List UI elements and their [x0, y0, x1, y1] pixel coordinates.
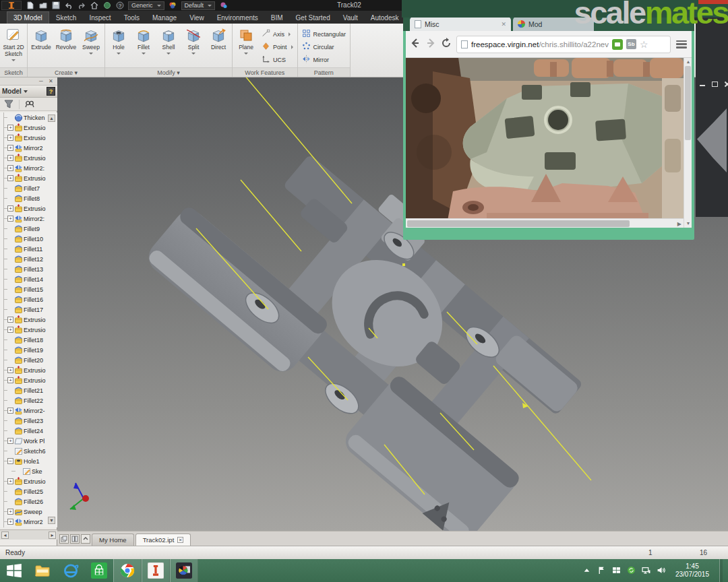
- ribbon-tab-get-started[interactable]: Get Started: [290, 12, 336, 24]
- taskbar-clock[interactable]: 1:45 23/07/2015: [671, 562, 713, 579]
- browser-horizontal-scrollbar[interactable]: ▶: [406, 218, 684, 228]
- panel-grip[interactable]: ─ ✕: [0, 77, 57, 86]
- ribbon-button-mirror[interactable]: Mirror: [299, 53, 349, 66]
- expand-icon[interactable]: +: [7, 509, 13, 515]
- ribbon-group-label[interactable]: Work Features: [233, 67, 297, 77]
- tree-item-mirror2-29[interactable]: +Mirror2-: [0, 406, 57, 416]
- tree-item-fillet7-7[interactable]: Fillet7: [0, 183, 57, 193]
- close-icon[interactable]: [724, 81, 728, 87]
- tree-item-fillet26-38[interactable]: Fillet26: [0, 496, 57, 507]
- tree-item-fillet11-13[interactable]: Fillet11: [0, 244, 57, 254]
- ribbon-button-ucs[interactable]: UCS: [259, 53, 296, 66]
- tray-flag-icon[interactable]: [597, 566, 606, 576]
- new-file-icon[interactable]: [26, 1, 34, 10]
- tree-item-fillet20-24[interactable]: Fillet20: [0, 355, 57, 365]
- collapse-icon[interactable]: −: [7, 458, 13, 464]
- expand-icon[interactable]: +: [7, 125, 13, 131]
- tree-scroll-down-button[interactable]: ▼: [48, 517, 55, 524]
- tree-item-fillet25-37[interactable]: Fillet25: [0, 486, 57, 496]
- scroll-left-button[interactable]: ◂: [1, 531, 9, 539]
- tree-item-extrusio-25[interactable]: +Extrusio: [0, 365, 57, 375]
- flyout-caret-icon[interactable]: [117, 53, 121, 55]
- expand-icon[interactable]: +: [7, 205, 13, 212]
- background-window[interactable]: [696, 18, 728, 217]
- ribbon-tab-bim[interactable]: BIM: [265, 12, 289, 24]
- taskbar-ie-button[interactable]: [57, 559, 85, 582]
- tray-speaker-icon[interactable]: [657, 566, 665, 576]
- panel-horizontal-scrollbar[interactable]: ◂ ▸: [0, 529, 57, 540]
- tree-item-sweep-39[interactable]: +Sweep: [0, 507, 57, 517]
- tree-item-extrusio-4[interactable]: +Extrusio: [0, 153, 57, 163]
- tree-item-fillet8-8[interactable]: Fillet8: [0, 193, 57, 203]
- scroll-up-icon[interactable]: ▲: [686, 59, 691, 65]
- ribbon-tab-manage[interactable]: Manage: [146, 12, 183, 24]
- tree-item-sketch6-33[interactable]: Sketch6: [0, 446, 57, 456]
- panel-close-icon[interactable]: ✕: [49, 79, 53, 84]
- taskbar-start-button[interactable]: [0, 559, 28, 582]
- flyout-caret-icon[interactable]: [11, 59, 16, 61]
- expand-icon[interactable]: +: [7, 175, 13, 181]
- expand-icon[interactable]: +: [7, 155, 13, 161]
- open-icon[interactable]: [38, 1, 47, 10]
- scrollbar-thumb[interactable]: [685, 66, 691, 140]
- expand-icon[interactable]: +: [7, 367, 13, 373]
- tree-item-fillet13-15[interactable]: Fillet13: [0, 264, 57, 274]
- ribbon-button-split[interactable]: Split: [181, 26, 206, 55]
- tree-item-work-pl-32[interactable]: +Work Pl: [0, 436, 57, 446]
- adjust-icon[interactable]: [219, 1, 228, 10]
- ribbon-button-circular[interactable]: Circular: [299, 40, 349, 53]
- tree-item-extrusio-9[interactable]: +Extrusio: [0, 203, 57, 214]
- tray-sync-icon[interactable]: [627, 566, 636, 576]
- tree-item-fillet15-17[interactable]: Fillet15: [0, 284, 57, 294]
- filter-icon[interactable]: [4, 100, 13, 108]
- ribbon-group-label[interactable]: Sketch: [0, 67, 27, 77]
- expand-icon[interactable]: +: [7, 145, 13, 151]
- tree-item-extrusio-21[interactable]: +Extrusio: [0, 325, 57, 335]
- ribbon-group-label[interactable]: Modify ▾: [105, 67, 232, 77]
- tray-windows-icon[interactable]: [612, 566, 621, 576]
- color-wheel-icon[interactable]: [169, 1, 177, 10]
- ribbon-group-label[interactable]: Pattern: [298, 67, 351, 77]
- bookmark-star-icon[interactable]: ☆: [640, 39, 648, 50]
- expand-icon[interactable]: +: [7, 408, 13, 414]
- ribbon-button-point[interactable]: Point: [259, 40, 296, 53]
- ribbon-tab-view[interactable]: View: [183, 12, 210, 24]
- undo-icon[interactable]: [64, 1, 73, 10]
- ribbon-button-sweep[interactable]: Sweep: [79, 26, 103, 55]
- browser-vertical-scrollbar[interactable]: ▲ ▼: [684, 58, 692, 228]
- maximize-icon[interactable]: [712, 81, 718, 87]
- flyout-caret-icon[interactable]: [289, 32, 291, 36]
- save-icon[interactable]: [51, 1, 60, 10]
- expand-icon[interactable]: +: [7, 216, 13, 222]
- redo-icon[interactable]: [77, 1, 86, 10]
- scroll-right-button[interactable]: ▸: [49, 531, 56, 539]
- inventor-app-button[interactable]: [1, 1, 22, 10]
- scrollbar-thumb[interactable]: [407, 220, 630, 227]
- expand-icon[interactable]: +: [7, 327, 13, 333]
- expand-tabs-icon[interactable]: [81, 534, 90, 544]
- tree-item-fillet21-27[interactable]: Fillet21: [0, 385, 57, 395]
- extension-icon-gray[interactable]: Sb: [626, 39, 636, 49]
- browser-content-photo[interactable]: [406, 58, 684, 228]
- flyout-caret-icon[interactable]: [291, 45, 293, 49]
- scroll-down-icon[interactable]: ▼: [686, 221, 691, 226]
- tree-item-ske-35[interactable]: Ske: [0, 466, 57, 476]
- ribbon-tab-3d-model[interactable]: 3D Model: [7, 11, 49, 24]
- expand-icon[interactable]: +: [7, 438, 13, 444]
- ribbon-button-axis[interactable]: Axis: [259, 28, 296, 40]
- ribbon-tab-environments[interactable]: Environments: [211, 12, 264, 24]
- browser-header[interactable]: Model ?: [0, 86, 57, 98]
- tree-item-extrusio-26[interactable]: +Extrusio: [0, 375, 57, 385]
- tile-windows-icon[interactable]: [70, 534, 80, 544]
- ribbon-button-rectangular[interactable]: Rectangular: [299, 28, 349, 40]
- ribbon-tab-tools[interactable]: Tools: [118, 12, 146, 24]
- ribbon-button-revolve[interactable]: Revolve: [54, 26, 78, 51]
- tree-scroll-up-button[interactable]: ▲: [48, 115, 55, 122]
- back-button[interactable]: [410, 38, 421, 51]
- tree-item-mirror2-3[interactable]: +Mirror2: [0, 143, 57, 153]
- expand-icon[interactable]: +: [7, 317, 13, 323]
- flyout-caret-icon[interactable]: [191, 53, 195, 55]
- tree-item-fillet24-31[interactable]: Fillet24: [0, 426, 57, 436]
- ribbon-tab-inspect[interactable]: Inspect: [83, 12, 117, 24]
- tree-item-extrusio-1[interactable]: +Extrusio: [0, 123, 57, 133]
